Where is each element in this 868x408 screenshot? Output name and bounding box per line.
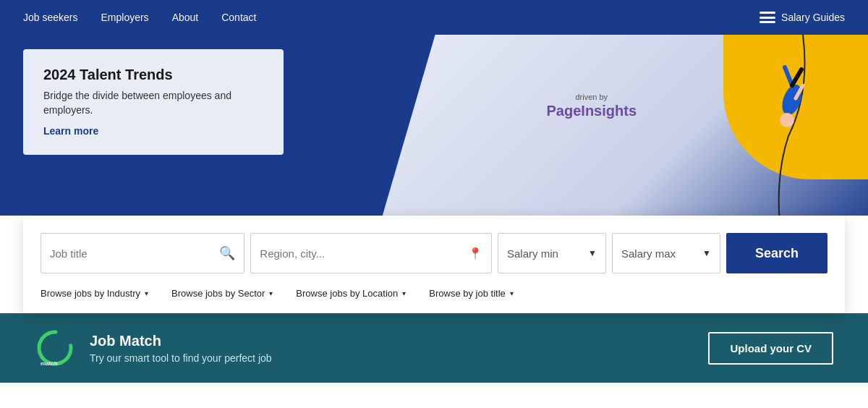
location-input-wrap[interactable]: 📍 (250, 233, 492, 273)
salary-min-label: Salary min (507, 247, 558, 260)
browse-sector-chevron-icon: ▾ (269, 289, 273, 297)
browse-job-title-label: Browse by job title (429, 288, 506, 299)
salary-guides-icon (760, 12, 775, 23)
svg-text:match: match (41, 360, 58, 367)
browse-row: Browse jobs by Industry ▾ Browse jobs by… (41, 288, 827, 299)
hero-body: Bridge the divide between employees and … (43, 89, 263, 117)
salary-guides-label: Salary Guides (781, 12, 845, 23)
salary-max-label: Salary max (621, 247, 676, 260)
acrobat-figure (731, 35, 825, 237)
brand-name: PageInsights (547, 103, 637, 119)
hero-section: 2024 Talent Trends Bridge the divide bet… (0, 35, 868, 237)
search-button[interactable]: Search (726, 233, 827, 273)
brand-insights: Insights (581, 103, 637, 119)
svg-point-1 (780, 113, 794, 127)
browse-location-label: Browse jobs by Location (296, 288, 398, 299)
browse-location-chevron-icon: ▾ (402, 289, 406, 297)
driven-by-text: driven by (547, 93, 637, 101)
bottom-section: match Job Match Try our smart tool to fi… (0, 313, 868, 383)
job-match-title: Job Match (90, 333, 272, 349)
hero-right-decoration: driven by PageInsights (376, 35, 868, 237)
nav-employers[interactable]: Employers (101, 12, 148, 23)
svg-line-3 (792, 69, 801, 85)
salary-max-select[interactable]: Salary max ▼ (612, 233, 720, 273)
svg-point-5 (39, 332, 71, 364)
job-match-logo: match (35, 328, 75, 368)
search-row: 🔍 📍 Salary min ▼ Salary max ▼ Search (41, 233, 827, 273)
search-section: 🔍 📍 Salary min ▼ Salary max ▼ Search (0, 216, 868, 313)
job-title-input[interactable] (50, 247, 219, 260)
hero-card: 2024 Talent Trends Bridge the divide bet… (23, 49, 284, 155)
nav-links: Job seekers Employers About Contact (23, 12, 760, 23)
salary-min-chevron-icon: ▼ (588, 248, 597, 258)
location-pin-icon: 📍 (468, 247, 482, 260)
location-input[interactable] (260, 247, 468, 260)
nav-contact[interactable]: Contact (221, 12, 256, 23)
browse-industry-chevron-icon: ▾ (145, 289, 148, 297)
brand-page: Page (547, 103, 582, 119)
hero-title: 2024 Talent Trends (43, 67, 263, 83)
browse-title-chevron-icon: ▾ (510, 289, 514, 297)
browse-industry-label: Browse jobs by Industry (41, 288, 140, 299)
hero-learn-more-link[interactable]: Learn more (43, 125, 98, 137)
search-container: 🔍 📍 Salary min ▼ Salary max ▼ Search (23, 216, 845, 313)
job-match-subtitle: Try our smart tool to find your perfect … (90, 352, 272, 364)
upload-cv-button[interactable]: Upload your CV (708, 332, 833, 365)
salary-max-chevron-icon: ▼ (702, 248, 711, 258)
job-title-input-wrap[interactable]: 🔍 (41, 233, 244, 273)
browse-sector-label: Browse jobs by Sector (171, 288, 265, 299)
nav-job-seekers[interactable]: Job seekers (23, 12, 77, 23)
salary-min-select[interactable]: Salary min ▼ (498, 233, 606, 273)
browse-by-location[interactable]: Browse jobs by Location ▾ (296, 288, 429, 299)
match-logo-icon: match (35, 328, 75, 368)
browse-by-sector[interactable]: Browse jobs by Sector ▾ (171, 288, 296, 299)
job-match-left: match Job Match Try our smart tool to fi… (35, 328, 272, 368)
search-icon: 🔍 (219, 245, 235, 261)
browse-by-job-title[interactable]: Browse by job title ▾ (429, 288, 537, 299)
page-insights-brand: driven by PageInsights (547, 93, 637, 119)
svg-line-2 (785, 67, 792, 85)
navbar: Job seekers Employers About Contact Sala… (0, 0, 868, 35)
hero-card-wrapper: 2024 Talent Trends Bridge the divide bet… (23, 49, 284, 155)
browse-by-industry[interactable]: Browse jobs by Industry ▾ (41, 288, 171, 299)
job-match-info: Job Match Try our smart tool to find you… (90, 333, 272, 364)
salary-guides-link[interactable]: Salary Guides (760, 12, 845, 23)
nav-about[interactable]: About (172, 12, 199, 23)
